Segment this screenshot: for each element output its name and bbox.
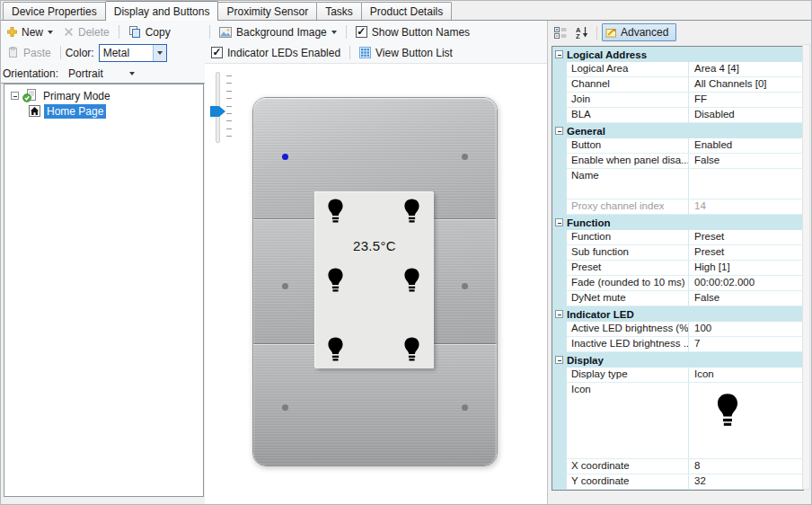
property-value[interactable]: High [1] [689,261,803,276]
bulb-icon [403,199,420,223]
view-button-list-button[interactable]: View Button List [355,46,457,60]
color-label: Color: [66,47,94,59]
property-row: JoinFF [552,93,803,108]
checkbox-icon[interactable] [356,26,367,38]
property-grid: Logical AddressLogical AreaArea 4 [4]Cha… [552,46,804,491]
led-indicator [282,283,288,289]
property-value[interactable]: 7 [689,337,803,352]
tab-display-and-buttons[interactable]: Display and Buttons [105,1,219,21]
led-indicator [462,154,468,160]
tab-tasks[interactable]: Tasks [316,2,362,20]
property-value[interactable] [689,169,803,199]
categorized-view-button[interactable] [551,23,570,41]
keypad-panel[interactable]: 23.5°C [252,97,498,466]
mode-page-icon [22,89,37,102]
property-value[interactable]: FF [689,93,803,108]
led-indicator [282,154,288,160]
advanced-edit-icon [605,27,617,39]
property-value[interactable]: Enabled [689,138,803,154]
property-category[interactable]: Logical Address [552,47,803,62]
tree-item-label[interactable]: Primary Mode [40,89,113,103]
property-value[interactable]: All Channels [0] [689,77,803,93]
tree-item-primary-mode[interactable]: Primary Mode [4,88,203,103]
zoom-slider-thumb[interactable] [210,106,225,117]
category-label: Indicator LED [567,309,634,320]
chevron-down-icon [129,72,135,75]
collapse-icon[interactable] [555,218,563,226]
chevron-down-icon [48,31,53,34]
color-combobox[interactable]: Metal [99,44,167,62]
property-value[interactable]: Disabled [689,108,803,123]
property-category[interactable]: Display [552,352,803,368]
led-indicator [462,404,468,411]
property-grid-scrollbar[interactable] [802,44,810,490]
property-value[interactable]: False [689,291,803,306]
orientation-combobox[interactable]: Portrait [64,65,139,83]
property-value[interactable]: Preset [689,245,803,261]
property-row: ChannelAll Channels [0] [552,77,803,93]
property-value[interactable]: Area 4 [4] [689,62,803,77]
property-value[interactable] [689,383,803,459]
property-row: Sub functionPreset [552,245,803,261]
left-toolbar: New Delete Copy Paste C [1,21,205,84]
property-value[interactable]: Icon [689,368,803,383]
property-name: Sub function [567,245,689,261]
property-row: Y coordinate32 [552,474,803,490]
property-category[interactable]: General [552,123,803,138]
app-window: Device Properties Display and Buttons Pr… [0,0,812,505]
property-name: X coordinate [567,459,689,474]
show-button-names-checkbox[interactable]: Show Button Names [351,25,474,40]
property-name: Active LED brightness (%) [567,322,689,337]
paste-icon [7,47,19,58]
grid-list-icon [359,47,371,58]
collapse-icon[interactable] [555,127,563,135]
property-name: DyNet mute [567,291,689,306]
toolbar-separator [596,26,597,40]
property-category[interactable]: Function [552,215,803,230]
tab-device-properties[interactable]: Device Properties [3,2,106,20]
delete-button[interactable]: Delete [59,25,114,40]
property-row: X coordinate8 [552,459,803,474]
property-category[interactable]: Indicator LED [552,306,803,322]
tab-proximity-sensor[interactable]: Proximity Sensor [217,2,317,20]
new-button[interactable]: New [3,25,57,40]
toolbar-separator [349,46,350,59]
alphabetical-sort-button[interactable]: A Z [572,23,592,41]
chevron-down-icon [157,51,163,55]
copy-icon [128,26,141,38]
advanced-toggle-button[interactable]: Advanced [602,23,676,41]
property-value[interactable]: Preset [689,230,803,245]
property-row: FunctionPreset [552,230,803,245]
sort-az-icon: A Z [576,26,588,39]
collapse-icon[interactable] [555,356,563,364]
property-value[interactable]: 100 [689,322,803,337]
property-pane: A Z Advanced Logical AddressLogical Area… [547,21,811,504]
checkbox-icon[interactable] [211,47,223,58]
paste-button[interactable]: Paste [3,46,56,60]
property-name: Button [567,138,689,154]
bulb-icon [327,268,344,292]
property-value[interactable]: 14 [689,199,803,215]
tree-item-label[interactable]: Home Page [44,104,106,119]
left-pane: New Delete Copy Paste C [1,21,205,504]
copy-button[interactable]: Copy [124,25,175,40]
background-image-button[interactable]: Background Image [215,25,341,40]
indicator-leds-checkbox[interactable]: Indicator LEDs Enabled [207,46,345,60]
property-value[interactable]: 00:00:02.000 [689,276,803,291]
orientation-label: Orientation: [3,67,58,80]
property-value[interactable]: 32 [689,474,803,490]
collapse-icon[interactable] [11,92,19,100]
category-label: Logical Address [567,49,647,60]
bulb-icon [716,393,739,427]
chevron-down-icon [331,31,337,34]
property-row: Icon [552,383,803,459]
tree-item-home-page[interactable]: Home Page [4,103,203,119]
tab-product-details[interactable]: Product Details [361,2,452,20]
property-value[interactable]: False [689,154,803,169]
collapse-icon[interactable] [555,310,563,318]
lcd-screen[interactable]: 23.5°C [315,192,434,368]
property-name: Preset [567,261,689,276]
property-value[interactable]: 8 [689,459,803,474]
property-row: Display typeIcon [552,368,803,383]
collapse-icon[interactable] [555,50,563,58]
